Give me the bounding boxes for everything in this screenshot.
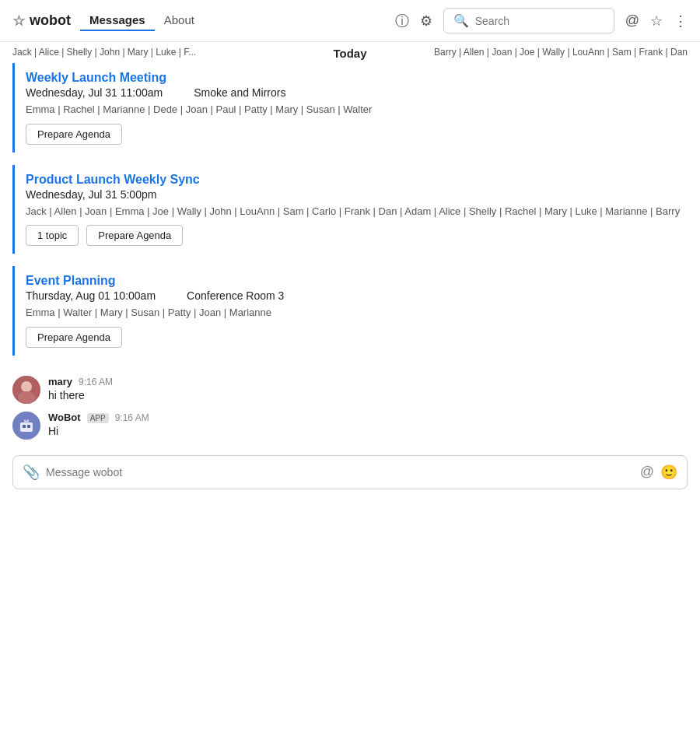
msg-author-mary: mary bbox=[48, 376, 72, 387]
search-icon: 🔍 bbox=[453, 13, 469, 28]
app-header: ☆ wobot Messages About ⓘ ⚙ 🔍 @ ☆ ⋮ bbox=[0, 0, 700, 42]
message-input[interactable] bbox=[46, 466, 634, 478]
svg-rect-5 bbox=[23, 425, 26, 428]
info-button[interactable]: ⓘ bbox=[395, 12, 409, 30]
avatar-wobot bbox=[12, 412, 40, 440]
app-badge-wobot: APP bbox=[87, 413, 109, 423]
meeting-datetime-product-launch: Wednesday, Jul 31 5:00pm bbox=[26, 188, 156, 201]
star-button[interactable]: ☆ bbox=[650, 12, 663, 30]
app-logo: ☆ wobot bbox=[12, 12, 71, 30]
meeting-location-weekly-launch: Smoke and Mirrors bbox=[194, 86, 285, 99]
meeting-actions-product-launch: 1 topic Prepare Agenda bbox=[26, 225, 688, 246]
today-bar: Jack | Alice | Shelly | John | Mary | Lu… bbox=[0, 42, 700, 63]
meeting-attendees-product-launch: Jack | Allen | Joan | Emma | Joe | Wally… bbox=[26, 204, 688, 219]
message-input-bar: 📎 @ 🙂 bbox=[12, 455, 688, 489]
msg-author-wobot: WoBot bbox=[48, 412, 81, 423]
meeting-card-event-planning: Event Planning Thursday, Aug 01 10:00am … bbox=[12, 266, 688, 356]
msg-content-wobot: WoBot APP 9:16 AM Hi bbox=[48, 412, 149, 437]
msg-time-wobot: 9:16 AM bbox=[115, 412, 149, 423]
msg-time-mary: 9:16 AM bbox=[79, 377, 113, 387]
meeting-card-product-launch: Product Launch Weekly Sync Wednesday, Ju… bbox=[12, 165, 688, 254]
emoji-icon[interactable]: 🙂 bbox=[660, 464, 677, 481]
nav-tabs: Messages About bbox=[80, 10, 204, 31]
meeting-actions-weekly-launch: Prepare Agenda bbox=[26, 124, 688, 145]
messages-section: mary 9:16 AM hi there WoBo bbox=[0, 368, 700, 447]
avatar-wobot-image bbox=[12, 412, 40, 440]
tab-about[interactable]: About bbox=[155, 10, 204, 31]
tab-messages[interactable]: Messages bbox=[80, 10, 155, 31]
meeting-card-weekly-launch: Weekly Launch Meeting Wednesday, Jul 31 … bbox=[12, 63, 688, 152]
meeting-title-weekly-launch[interactable]: Weekly Launch Meeting bbox=[26, 71, 688, 85]
header-icons: ⓘ ⚙ 🔍 @ ☆ ⋮ bbox=[395, 8, 688, 33]
meeting-title-product-launch[interactable]: Product Launch Weekly Sync bbox=[26, 173, 688, 187]
svg-rect-4 bbox=[20, 422, 33, 432]
today-label: Today bbox=[324, 47, 376, 60]
meeting-datetime-weekly-launch: Wednesday, Jul 31 11:00am bbox=[26, 86, 163, 99]
msg-header-mary: mary 9:16 AM bbox=[48, 376, 113, 387]
topic-button[interactable]: 1 topic bbox=[26, 225, 79, 246]
meetings-list: Weekly Launch Meeting Wednesday, Jul 31 … bbox=[0, 63, 700, 368]
message-row-mary: mary 9:16 AM hi there bbox=[12, 376, 688, 404]
meeting-attendees-event-planning: Emma | Walter | Mary | Susan | Patty | J… bbox=[26, 305, 688, 321]
today-left-names: Jack | Alice | Shelly | John | Mary | Lu… bbox=[12, 47, 324, 58]
avatar-mary-image bbox=[12, 376, 40, 404]
star-icon: ☆ bbox=[12, 12, 25, 30]
svg-point-2 bbox=[18, 391, 35, 404]
svg-point-1 bbox=[21, 381, 32, 392]
meeting-datetime-event-planning: Thursday, Aug 01 10:00am bbox=[26, 289, 156, 302]
search-box: 🔍 bbox=[443, 8, 614, 33]
message-row-wobot: WoBot APP 9:16 AM Hi bbox=[12, 412, 688, 440]
settings-button[interactable]: ⚙ bbox=[420, 12, 432, 30]
app-name: wobot bbox=[30, 12, 71, 29]
main-content: Jack | Alice | Shelly | John | Mary | Lu… bbox=[0, 42, 700, 502]
meeting-title-event-planning[interactable]: Event Planning bbox=[26, 274, 688, 288]
prepare-agenda-button-1[interactable]: Prepare Agenda bbox=[26, 124, 122, 145]
meeting-actions-event-planning: Prepare Agenda bbox=[26, 327, 688, 348]
attach-icon[interactable]: 📎 bbox=[23, 464, 40, 481]
meeting-attendees-weekly-launch: Emma | Rachel | Marianne | Dede | Joan |… bbox=[26, 102, 688, 117]
msg-text-wobot: Hi bbox=[48, 425, 149, 437]
meeting-meta-product-launch: Wednesday, Jul 31 5:00pm bbox=[26, 188, 688, 201]
today-right-names: Barry | Allen | Joan | Joe | Wally | Lou… bbox=[376, 47, 688, 58]
meeting-location-event-planning: Conference Room 3 bbox=[187, 289, 284, 302]
at-input-icon[interactable]: @ bbox=[640, 464, 654, 480]
more-button[interactable]: ⋮ bbox=[674, 12, 688, 30]
svg-point-8 bbox=[26, 418, 28, 420]
msg-text-mary: hi there bbox=[48, 389, 113, 401]
prepare-agenda-button-2[interactable]: Prepare Agenda bbox=[86, 225, 183, 246]
avatar-mary bbox=[12, 376, 40, 404]
svg-rect-6 bbox=[27, 425, 30, 428]
msg-content-mary: mary 9:16 AM hi there bbox=[48, 376, 113, 401]
msg-header-wobot: WoBot APP 9:16 AM bbox=[48, 412, 149, 423]
meeting-meta-weekly-launch: Wednesday, Jul 31 11:00am Smoke and Mirr… bbox=[26, 86, 688, 99]
prepare-agenda-button-3[interactable]: Prepare Agenda bbox=[26, 327, 122, 348]
search-input[interactable] bbox=[475, 15, 604, 27]
meeting-meta-event-planning: Thursday, Aug 01 10:00am Conference Room… bbox=[26, 289, 688, 302]
at-button[interactable]: @ bbox=[625, 12, 639, 29]
